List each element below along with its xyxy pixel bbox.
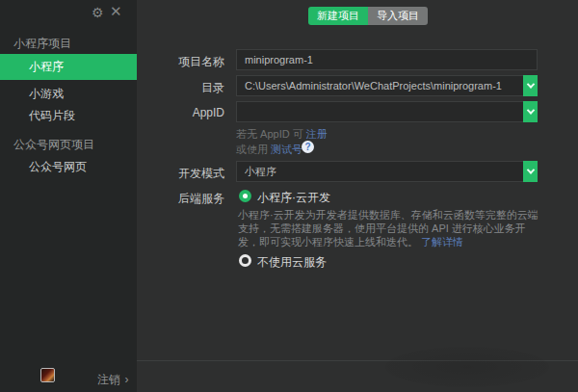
hint-text: 若无 AppID 可 <box>236 128 306 140</box>
appid-label: AppID <box>133 106 224 119</box>
chevron-down-icon <box>526 106 534 114</box>
appid-testaccount-hint: 或使用 测试号 <box>236 143 302 157</box>
dev-mode-label: 开发模式 <box>133 166 224 182</box>
radio-dot <box>243 194 248 198</box>
sidebar-section-miniprogram-header: 小程序项目 <box>13 36 71 52</box>
radio-cloud-dev[interactable] <box>239 190 251 202</box>
logout-button[interactable]: 注销 › <box>97 370 128 388</box>
gear-icon[interactable]: ⚙ <box>92 5 104 20</box>
project-tabs: 新建项目 导入项目 <box>308 7 428 25</box>
directory-input[interactable] <box>236 75 538 96</box>
backend-service-label: 后端服务 <box>133 191 224 207</box>
learn-more-link[interactable]: 了解详情 <box>421 236 463 248</box>
chevron-down-icon <box>526 166 534 173</box>
watermark-ghost <box>385 347 549 387</box>
avatar[interactable] <box>40 368 55 382</box>
sidebar: ⚙ ✕ 小程序项目 小程序 小游戏 代码片段 公众号网页项目 公众号网页 <box>0 0 137 392</box>
appid-dropdown-button[interactable] <box>523 101 538 122</box>
chevron-down-icon <box>526 80 534 88</box>
logout-label: 注销 <box>97 373 120 386</box>
directory-label: 目录 <box>133 80 224 96</box>
appid-register-hint: 若无 AppID 可 注册 <box>236 127 328 142</box>
dev-mode-dropdown-button[interactable] <box>523 161 538 182</box>
directory-dropdown-button[interactable] <box>523 75 538 96</box>
appid-input[interactable] <box>236 101 538 122</box>
test-account-link[interactable]: 测试号 <box>271 144 302 155</box>
project-name-input[interactable] <box>236 49 538 70</box>
no-cloud-option-label[interactable]: 不使用云服务 <box>257 254 327 271</box>
sidebar-item-code-snippet[interactable]: 代码片段 <box>0 103 137 129</box>
sidebar-section-official-account-header: 公众号网页项目 <box>13 137 94 153</box>
sidebar-item-miniprogram[interactable]: 小程序 <box>0 54 137 80</box>
project-name-label: 项目名称 <box>133 54 224 70</box>
sidebar-item-official-account-web[interactable]: 公众号网页 <box>0 154 137 180</box>
radio-no-cloud[interactable] <box>239 254 251 267</box>
help-icon[interactable]: ? <box>302 141 314 153</box>
hint-text: 或使用 <box>236 144 271 155</box>
chevron-right-icon: › <box>124 373 128 386</box>
tab-import-project[interactable]: 导入项目 <box>368 7 428 25</box>
tab-new-project[interactable]: 新建项目 <box>308 7 368 25</box>
dev-mode-select[interactable] <box>236 161 538 182</box>
description-text: 小程序·云开发为开发者提供数据库、存储和云函数等完整的云端支持，无需搭建服务器，… <box>238 209 539 248</box>
register-link[interactable]: 注册 <box>306 128 328 140</box>
close-icon[interactable]: ✕ <box>110 3 122 20</box>
cloud-dev-description: 小程序·云开发为开发者提供数据库、存储和云函数等完整的云端支持，无需搭建服务器，… <box>238 208 539 248</box>
cloud-dev-option-label[interactable]: 小程序·云开发 <box>257 190 330 206</box>
